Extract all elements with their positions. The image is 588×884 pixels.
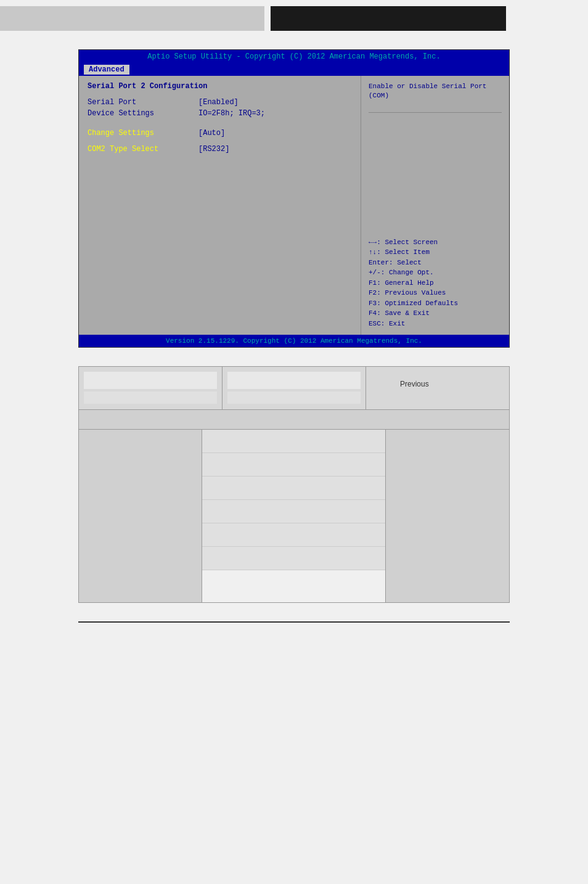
table-data-right [386, 430, 509, 602]
bios-title: Aptio Setup Utility - Copyright (C) 2012… [79, 50, 509, 63]
key-f4: F4: Save & Exit [369, 308, 502, 319]
advanced-tab[interactable]: Advanced [84, 65, 129, 75]
bios-row-com2-type: COM2 Type Select [RS232] [88, 145, 352, 153]
bios-screenshot: Aptio Setup Utility - Copyright (C) 2012… [78, 49, 510, 348]
table-data-left [79, 430, 202, 602]
bottom-rule [78, 621, 510, 623]
bios-row-device-settings: Device Settings IO=2F8h; IRQ=3; [88, 109, 352, 118]
device-settings-value: IO=2F8h; IRQ=3; [198, 109, 265, 118]
device-settings-label: Device Settings [88, 109, 198, 118]
key-enter: Enter: Select [369, 258, 502, 268]
serial-port-value: [Enabled] [198, 98, 239, 107]
bios-row-serial-port: Serial Port [Enabled] [88, 98, 352, 107]
serial-port-label: Serial Port [88, 98, 198, 107]
table-row-4 [202, 500, 385, 523]
key-esc: ESC: Exit [369, 319, 502, 329]
table-header-cell-2 [223, 367, 366, 409]
table-row-3 [202, 477, 385, 500]
table-section [78, 366, 510, 603]
cell-top-1 [84, 372, 217, 389]
bios-footer: Version 2.15.1229. Copyright (C) 2012 Am… [79, 335, 509, 347]
bios-row-change-settings: Change Settings [Auto] [88, 129, 352, 137]
cell-bottom-2 [227, 391, 361, 404]
table-row-6 [202, 547, 385, 570]
table-row-2 [202, 453, 385, 477]
key-change-opt: +/-: Change Opt. [369, 268, 502, 278]
bios-right-panel: Enable or Disable Serial Port (COM) ←→: … [361, 76, 509, 335]
cell-top-2 [227, 372, 361, 389]
cell-bottom-1 [84, 391, 217, 404]
table-row-5 [202, 523, 385, 547]
change-settings-value: [Auto] [198, 129, 225, 137]
bios-section-title: Serial Port 2 Configuration [88, 82, 352, 91]
table-data-middle [202, 430, 386, 602]
key-f1: F1: General Help [369, 278, 502, 289]
table-header-cell-3 [366, 367, 509, 409]
header-left-bar [0, 6, 264, 31]
bios-divider [369, 112, 502, 113]
com2-type-value: [RS232] [198, 145, 229, 153]
table-row-1 [202, 430, 385, 453]
com2-type-label: COM2 Type Select [88, 145, 198, 153]
table-header-cell-1 [79, 367, 223, 409]
previous-label: Previous [400, 380, 429, 388]
top-header [0, 0, 588, 37]
change-settings-label: Change Settings [88, 129, 198, 137]
table-data-section [79, 430, 509, 602]
bios-body: Serial Port 2 Configuration Serial Port … [79, 76, 509, 335]
bios-help-text: Enable or Disable Serial Port (COM) [369, 82, 502, 101]
key-select-screen: ←→: Select Screen [369, 237, 502, 248]
bios-left-panel: Serial Port 2 Configuration Serial Port … [79, 76, 361, 335]
table-wide-row [79, 410, 509, 430]
header-right-bar [271, 6, 506, 31]
table-header-row [79, 367, 509, 410]
key-f3: F3: Optimized Defaults [369, 298, 502, 309]
bios-keys: ←→: Select Screen ↑↓: Select Item Enter:… [369, 237, 502, 329]
bios-tab-bar: Advanced [79, 63, 509, 76]
key-select-item: ↑↓: Select Item [369, 247, 502, 258]
key-f2: F2: Previous Values [369, 288, 502, 298]
